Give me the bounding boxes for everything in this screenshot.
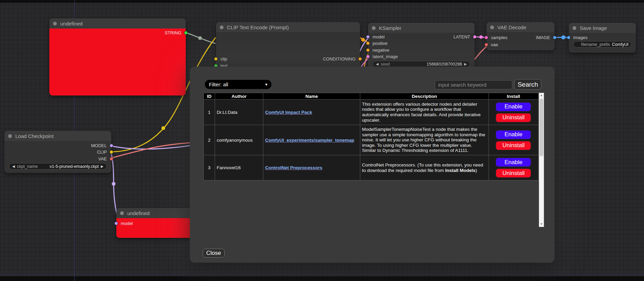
description-bold-text: Install Models (445, 168, 476, 173)
filter-select[interactable]: Filter: all ▾ (205, 80, 271, 89)
increment-arrow-icon[interactable]: ▶ (464, 63, 467, 66)
model-slot-icon[interactable] (366, 35, 370, 39)
node-save-image[interactable]: Save Image images filename_prefix ComfyU… (569, 23, 636, 53)
collapse-dot-icon[interactable] (220, 25, 224, 29)
col-header-install: Install (489, 93, 538, 100)
image-slot-icon[interactable] (567, 36, 571, 39)
search-button-label: Search (517, 81, 538, 88)
collapse-dot-icon[interactable] (8, 134, 12, 138)
node-clip-text-encode-header[interactable]: CLIP Text Encode (Prompt) (216, 22, 360, 32)
output-slot-vae[interactable]: VAE (98, 156, 113, 161)
scrollbar-thumb[interactable] (540, 99, 543, 156)
wire-dot-latent[interactable] (479, 35, 483, 39)
clip-slot-icon[interactable] (110, 150, 113, 154)
input-slot-latent-image[interactable]: latent_image (366, 54, 398, 59)
wire-dot-clip[interactable] (162, 126, 165, 130)
clip-slot-icon[interactable] (214, 57, 218, 61)
ckpt-name-widget[interactable]: ◀ ckpt_name v1-5-pruned-emaonly.ckpt ▶ (9, 163, 107, 170)
model-slot-icon[interactable] (114, 222, 118, 225)
node-title: undefined (60, 21, 83, 27)
close-button[interactable]: Close (203, 249, 225, 258)
scroll-down-icon[interactable]: ▼ (539, 222, 544, 227)
latent-slot-icon[interactable] (484, 36, 488, 39)
input-slot-model[interactable]: model (366, 34, 384, 39)
table-scrollbar[interactable]: ▲ ▼ (539, 93, 544, 227)
cell-id: 2 (204, 125, 215, 155)
collapse-dot-icon[interactable] (490, 25, 494, 29)
collapse-dot-icon[interactable] (53, 22, 57, 25)
uninstall-button[interactable]: Uninstall (496, 169, 531, 178)
node-load-checkpoint[interactable]: Load Checkpoint MODEL CLIP VAE ◀ ckpt_na… (4, 131, 111, 173)
extension-link[interactable]: ComfyUI Impact Pack (265, 110, 312, 115)
enable-button[interactable]: Enable (496, 102, 531, 111)
increment-arrow-icon[interactable]: ▶ (101, 165, 103, 168)
enable-button[interactable]: Enable (496, 158, 531, 167)
slot-label: samples (491, 35, 507, 40)
extension-link[interactable]: ControlNet Preprocessors (265, 165, 322, 170)
slot-label: CLIP (97, 150, 107, 155)
col-header-name: Name (263, 93, 360, 100)
wire-dot-conditioning[interactable] (361, 38, 365, 42)
slot-label: clip (220, 56, 227, 62)
node-title: KSampler (379, 25, 401, 31)
vae-slot-icon[interactable] (110, 157, 113, 161)
scroll-up-icon[interactable]: ▲ (539, 93, 544, 98)
decrement-arrow-icon[interactable]: ◀ (12, 165, 15, 168)
node-title: Save Image (580, 25, 607, 31)
node-ksampler[interactable]: KSampler model positive negative latent_… (368, 23, 475, 70)
input-slot-positive[interactable]: positive (366, 40, 387, 46)
node-load-checkpoint-header[interactable]: Load Checkpoint (4, 131, 111, 141)
output-slot-model[interactable]: MODEL (91, 143, 113, 148)
cell-id: 1 (204, 100, 215, 125)
extension-link[interactable]: ComfyUI_experiments/sampler_tonemap (265, 138, 354, 143)
uninstall-button[interactable]: Uninstall (496, 141, 531, 150)
node-title: Load Checkpoint (15, 133, 54, 139)
search-input[interactable] (435, 80, 512, 89)
string-slot-icon[interactable] (184, 31, 188, 35)
vae-slot-icon[interactable] (484, 43, 488, 47)
latent-slot-icon[interactable] (366, 55, 370, 58)
description-text: ) (476, 168, 477, 173)
search-button[interactable]: Search (514, 79, 541, 90)
input-slot-negative[interactable]: negative (366, 47, 389, 53)
collapse-dot-icon[interactable] (573, 26, 576, 30)
output-slot-string[interactable]: STRING (165, 30, 188, 35)
wire-dot-string[interactable] (198, 36, 202, 40)
wire-dot-image[interactable] (561, 35, 565, 39)
input-slot-model[interactable]: model (114, 221, 133, 226)
slot-label: positive (373, 41, 387, 46)
latent-slot-icon[interactable] (473, 35, 477, 39)
node-vae-decode-header[interactable]: VAE Decode (486, 22, 555, 32)
input-slot-samples[interactable]: samples (484, 35, 507, 40)
slot-label: model (373, 34, 384, 39)
table-row: 3 Fannovel16 ControlNet Preprocessors Co… (204, 155, 539, 180)
enable-button[interactable]: Enable (496, 130, 531, 139)
conditioning-slot-icon[interactable] (358, 57, 362, 61)
model-slot-icon[interactable] (110, 144, 113, 147)
output-slot-conditioning[interactable]: CONDITIONING (323, 56, 362, 62)
collapse-dot-icon[interactable] (120, 211, 124, 215)
node-ksampler-header[interactable]: KSampler (368, 23, 475, 33)
slot-label: CONDITIONING (323, 56, 356, 62)
collapse-dot-icon[interactable] (372, 26, 376, 30)
wire-dot-model[interactable] (112, 182, 116, 186)
uninstall-button[interactable]: Uninstall (496, 113, 531, 122)
col-header-description: Description (360, 93, 489, 100)
comfyui-app: undefined STRING CLIP Text Encode (Promp… (0, 0, 644, 281)
output-slot-clip[interactable]: CLIP (97, 149, 113, 155)
node-undefined-top-header[interactable]: undefined (49, 18, 186, 29)
output-slot-image[interactable]: IMAGE (536, 35, 557, 40)
conditioning-slot-icon[interactable] (366, 41, 370, 45)
conditioning-slot-icon[interactable] (366, 48, 370, 52)
node-save-image-header[interactable]: Save Image (569, 23, 636, 33)
node-undefined-top[interactable]: undefined STRING (49, 18, 186, 95)
decrement-arrow-icon[interactable]: ◀ (376, 63, 379, 66)
filter-select-label: Filter: all (209, 82, 228, 87)
input-slot-vae[interactable]: vae (484, 42, 498, 47)
filename-prefix-widget[interactable]: filename_prefix ComfyUI (573, 41, 631, 48)
input-slot-images[interactable]: images (567, 35, 588, 40)
image-slot-icon[interactable] (553, 36, 557, 39)
node-vae-decode[interactable]: VAE Decode samples vae IMAGE (486, 22, 555, 50)
input-slot-clip[interactable]: clip (214, 56, 227, 62)
output-slot-latent[interactable]: LATENT (453, 34, 477, 39)
